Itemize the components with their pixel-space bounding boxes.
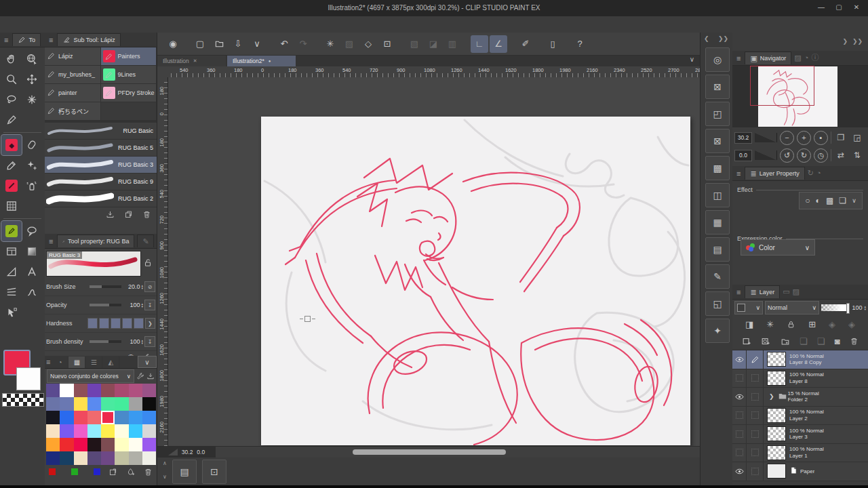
transform-button[interactable]: ⊡ <box>378 35 396 53</box>
lasso-tool[interactable] <box>1 89 22 110</box>
toolprop-menu-icon[interactable]: ≡ <box>47 237 54 245</box>
timeline-tab-icon[interactable]: ◔ <box>804 54 809 62</box>
color-swatch[interactable] <box>46 451 60 465</box>
edit-cell[interactable] <box>747 462 764 481</box>
fit-to-width-icon[interactable]: ◲ <box>850 131 864 144</box>
color-swatch[interactable] <box>60 451 73 465</box>
tab-brush-detail[interactable]: ✎ <box>137 235 154 247</box>
eyedropper-tool[interactable] <box>1 155 22 176</box>
material-window[interactable]: ◫ <box>705 183 730 207</box>
color-swatch[interactable] <box>142 384 156 397</box>
recent-color-chip[interactable] <box>49 468 56 475</box>
custom-pen-tool-9lines[interactable] <box>1 221 22 241</box>
material-image[interactable]: ▤ <box>705 237 730 262</box>
reselect-button[interactable]: ▨ <box>340 35 358 53</box>
snap-guide-button[interactable]: ∠ <box>490 35 507 53</box>
zoom-100-button[interactable]: ▪ <box>814 131 828 145</box>
new-canvas-button[interactable]: ▢ <box>191 35 209 53</box>
edit-cell[interactable] <box>747 425 764 443</box>
color-swatch[interactable] <box>115 424 128 438</box>
correct-line-button[interactable]: ✐ <box>517 35 534 53</box>
dynamics-button[interactable]: ↧ <box>144 336 155 347</box>
color-swatch[interactable] <box>129 411 142 424</box>
balloon-tool[interactable] <box>22 221 42 241</box>
color-swatch[interactable] <box>46 424 60 438</box>
layer-color-icon[interactable]: ❏ <box>839 196 846 205</box>
help-button[interactable]: ? <box>571 35 589 53</box>
material-3d[interactable]: ◱ <box>705 291 730 316</box>
delete-color-icon[interactable] <box>144 468 153 476</box>
layer-row-layer3[interactable]: 100 % NormalLayer 3 <box>732 425 868 444</box>
tab-tool-property[interactable]: Tool property: RUG Ba <box>57 235 134 247</box>
subview-button[interactable]: ▤ <box>172 460 197 484</box>
flip-horizontal-icon[interactable]: ⇄ <box>834 149 848 162</box>
layer-thumbnail[interactable] <box>767 445 786 460</box>
color-swatch[interactable] <box>115 384 128 397</box>
material-color-pattern[interactable]: ⊠ <box>705 75 730 99</box>
close-tab-icon[interactable]: ✕ <box>193 58 197 64</box>
color-swatch[interactable] <box>142 438 156 451</box>
visibility-toggle[interactable] <box>732 407 747 425</box>
material-pattern[interactable]: ▦ <box>705 210 730 235</box>
subtool-item-pfdrystroke[interactable]: PFDry Stroke <box>101 84 157 102</box>
navigator-view-rect[interactable] <box>750 66 814 106</box>
open-file-button[interactable] <box>210 35 228 53</box>
expression-color-dropdown[interactable]: Color ∨ <box>741 239 815 256</box>
new-folder-icon[interactable] <box>781 337 790 346</box>
color-swatch[interactable] <box>101 438 115 451</box>
airbrush-tool[interactable] <box>22 176 42 196</box>
tab-color-wheel[interactable]: ◔ <box>52 357 68 368</box>
edit-colorset-wrench-icon[interactable] <box>136 372 144 380</box>
clip-to-layer-below-icon[interactable]: ◨ <box>745 319 753 329</box>
color-swatch[interactable] <box>129 424 142 438</box>
close-button[interactable]: ✕ <box>848 2 865 13</box>
color-swatch[interactable] <box>129 451 142 465</box>
save-options-chevron[interactable]: ∨ <box>248 35 266 53</box>
color-swatch[interactable] <box>142 397 156 411</box>
layer-comp-tab-icon[interactable]: ▨ <box>793 288 800 296</box>
color-swatch[interactable] <box>129 438 142 451</box>
information-tab-icon[interactable]: ⓘ <box>811 54 818 62</box>
snap-ruler-off-button[interactable]: ▧ <box>406 35 423 53</box>
folder-expand-icon[interactable]: ❯ <box>769 393 774 400</box>
canvas-page[interactable] <box>261 117 690 445</box>
undo-button[interactable]: ↶ <box>275 35 293 53</box>
animation-tab-icon[interactable]: ↻ <box>808 169 814 177</box>
tab-tool[interactable]: To <box>12 33 41 46</box>
material-pose[interactable]: ✦ <box>705 319 730 343</box>
material-card[interactable]: ◰ <box>705 102 730 126</box>
hardness-blocks[interactable] <box>87 318 144 329</box>
navigator-zoom-value[interactable]: 30.2 <box>734 132 752 144</box>
material-edit[interactable]: ✎ <box>705 264 730 289</box>
color-swatch[interactable] <box>87 451 101 465</box>
brush-stroke-preview[interactable]: RUG Basic 3 <box>46 251 141 277</box>
navigator-angle-value[interactable]: 0.0 <box>734 150 752 161</box>
subtool-item-painters[interactable]: Painters <box>101 47 157 65</box>
visibility-toggle[interactable] <box>732 388 747 406</box>
fit-to-screen-icon[interactable]: ❐ <box>834 131 848 144</box>
text-tool[interactable] <box>22 262 42 282</box>
layer-row-layer8[interactable]: 100 % NormalLayer 8 <box>732 369 868 388</box>
color-set-dropdown[interactable]: Nuevo conjunto de colores ∨ <box>47 369 134 383</box>
visibility-toggle[interactable] <box>732 462 747 481</box>
hand-tool[interactable] <box>1 49 22 69</box>
navigator-preview[interactable] <box>732 66 868 127</box>
palette-color-dropdown[interactable]: ∨ <box>734 301 763 314</box>
rotate-canvas-tool[interactable] <box>22 49 42 69</box>
add-color-icon[interactable] <box>126 468 135 476</box>
subtool-item-painter[interactable]: painter <box>45 84 101 102</box>
import-colorset-icon[interactable] <box>146 372 155 380</box>
visibility-toggle[interactable] <box>732 369 747 388</box>
material-tone[interactable]: ▩ <box>705 156 730 180</box>
layer-row-layer2[interactable]: 100 % NormalLayer 2 <box>732 407 868 426</box>
subview-tab-icon[interactable]: ▨ <box>794 54 801 62</box>
edit-cell[interactable] <box>747 444 764 462</box>
set-as-reference-icon[interactable]: ◈ <box>829 319 835 329</box>
tab-navigator[interactable]: ▣ Navigator <box>745 52 791 64</box>
visibility-toggle[interactable] <box>732 350 747 369</box>
liquify-tool[interactable] <box>22 282 42 302</box>
delete-brush-icon[interactable] <box>142 210 151 219</box>
brush-tool-red[interactable] <box>1 176 22 196</box>
decoration-tool[interactable] <box>22 155 42 176</box>
reset-rotation-button[interactable]: ◷ <box>814 148 828 163</box>
